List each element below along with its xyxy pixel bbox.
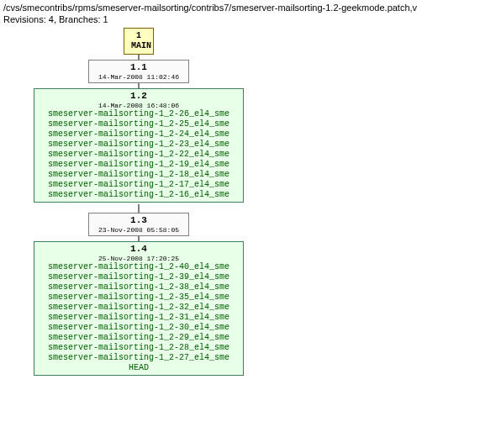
rev-date: 14-Mar-2008 11:02:46 (94, 73, 183, 82)
tag-label: smeserver-mailsorting-1_2-18_el4_sme (40, 170, 238, 180)
rev-num: 1.2 (40, 91, 238, 102)
tag-label: smeserver-mailsorting-1_2-19_el4_sme (40, 160, 238, 170)
rev-num: 1.4 (40, 244, 238, 255)
rev-date: 14-Mar-2008 16:48:06 (40, 102, 238, 110)
rev-num: 1.3 (94, 215, 183, 226)
tag-label: smeserver-mailsorting-1_2-17_el4_sme (40, 180, 238, 190)
rev-1.1[interactable]: 1.1 14-Mar-2008 11:02:46 (88, 60, 189, 84)
file-path: /cvs/smecontribs/rpms/smeserver-mailsort… (3, 3, 417, 13)
tag-label: smeserver-mailsorting-1_2-38_el4_sme (40, 282, 238, 293)
tag-label: smeserver-mailsorting-1_2-25_el4_sme (40, 119, 238, 129)
rev-tags: smeserver-mailsorting-1_2-40_el4_smesmes… (40, 262, 238, 373)
rev-1.3[interactable]: 1.3 23-Nov-2008 05:58:05 (88, 213, 189, 237)
tag-label: smeserver-mailsorting-1_2-39_el4_sme (40, 272, 238, 282)
tag-label: smeserver-mailsorting-1_2-29_el4_sme (40, 333, 238, 343)
revision-graph: 1 MAIN 1.1 14-Mar-2008 11:02:46 1.2 14-M… (0, 28, 501, 448)
tag-label: smeserver-mailsorting-1_2-40_el4_sme (40, 262, 238, 272)
tag-label: smeserver-mailsorting-1_2-30_el4_sme (40, 323, 238, 333)
rev-num: 1.1 (94, 62, 183, 73)
tag-label: smeserver-mailsorting-1_2-31_el4_sme (40, 313, 238, 323)
tag-label: smeserver-mailsorting-1_2-23_el4_sme (40, 140, 238, 150)
rev-1.2[interactable]: 1.2 14-Mar-2008 16:48:06 smeserver-mails… (34, 88, 244, 203)
tag-label: smeserver-mailsorting-1_2-27_el4_sme (40, 353, 238, 363)
stats-line: Revisions: 4, Branches: 1 (3, 14, 108, 24)
tag-label: smeserver-mailsorting-1_2-32_el4_sme (40, 303, 238, 313)
rev-1.4[interactable]: 1.4 25-Nov-2008 17:20:25 smeserver-mails… (34, 241, 244, 377)
tag-label: smeserver-mailsorting-1_2-16_el4_sme (40, 190, 238, 200)
branch-num: 1 (131, 31, 146, 41)
header: /cvs/smecontribs/rpms/smeserver-mailsort… (0, 0, 501, 28)
tag-label: smeserver-mailsorting-1_2-26_el4_sme (40, 109, 238, 119)
rev-date: 23-Nov-2008 05:58:05 (94, 226, 183, 235)
rev-date: 25-Nov-2008 17:20:25 (40, 255, 238, 263)
tag-label: smeserver-mailsorting-1_2-35_el4_sme (40, 293, 238, 303)
branch-main[interactable]: 1 MAIN (124, 28, 154, 55)
tag-label: smeserver-mailsorting-1_2-24_el4_sme (40, 129, 238, 140)
tag-label: HEAD (40, 363, 238, 373)
tag-label: smeserver-mailsorting-1_2-22_el4_sme (40, 150, 238, 160)
tag-label: smeserver-mailsorting-1_2-28_el4_sme (40, 343, 238, 353)
rev-tags: smeserver-mailsorting-1_2-26_el4_smesmes… (40, 109, 238, 200)
branch-label: MAIN (131, 41, 146, 51)
